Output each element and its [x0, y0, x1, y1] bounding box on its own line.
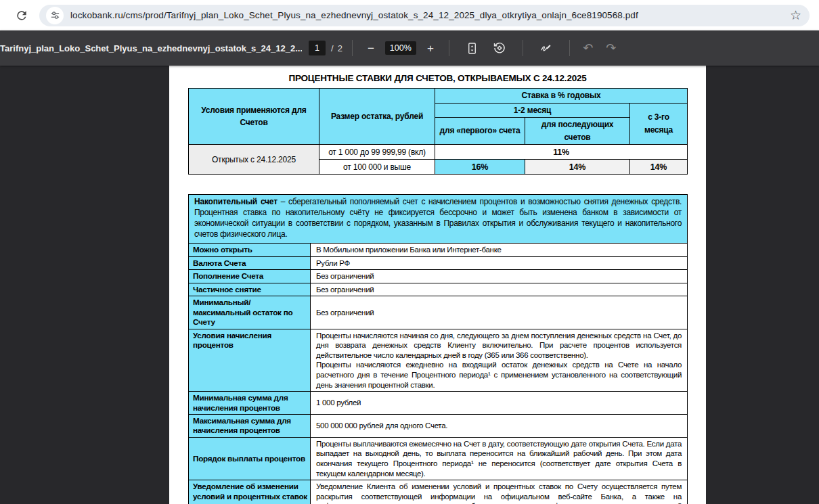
detail-label: Можно открыть — [189, 244, 311, 257]
rates-tier2-balance: от 100 000 и выше — [319, 160, 435, 175]
rotate-icon — [493, 41, 506, 55]
table-row: Уведомление об изменении условий и проце… — [189, 480, 688, 504]
detail-label: Максимальная сумма для начисления процен… — [189, 414, 311, 437]
detail-label: Уведомление об изменении условий и проце… — [189, 480, 311, 504]
detail-value: Уведомление Клиента об изменении условий… — [311, 480, 688, 504]
detail-value: Без ограничений — [311, 270, 688, 283]
detail-label: Порядок выплаты процентов — [189, 437, 311, 480]
rates-condition: Открытых с 24.12.2025 — [189, 145, 319, 175]
detail-label: Условия начисления процентов — [189, 329, 311, 392]
rates-header-next-accounts: для последующих счетов — [525, 118, 630, 145]
table-row: Условия начисления процентов Проценты на… — [189, 329, 688, 392]
interest-rates-table: Условия применяются для Счетов Размер ос… — [188, 88, 688, 175]
table-row: Минимальная сумма для начисления процент… — [189, 392, 688, 415]
bookmark-star-icon[interactable]: ☆ — [790, 9, 801, 22]
table-row: Максимальная сумма для начисления процен… — [189, 414, 688, 437]
browser-toolbar: lockobank.ru/cms/prod/Tarifnyj_plan_Loko… — [0, 0, 819, 30]
zoom-level: 100% — [385, 41, 416, 55]
detail-value: 500 000 000 рублей для одного Счета. — [311, 414, 688, 437]
detail-value: Проценты начисляются начиная со дня, сле… — [311, 329, 688, 392]
detail-label: Минимальный/максимальный остаток по Счет… — [189, 296, 311, 329]
toolbar-divider — [352, 40, 353, 56]
detail-value: Проценты выплачиваются ежемесячно на Сче… — [311, 437, 688, 480]
table-row: Порядок выплаты процентов Проценты выпла… — [189, 437, 688, 480]
site-settings-icon[interactable] — [46, 7, 64, 24]
detail-value: Без ограничений — [311, 296, 688, 329]
spacer — [188, 175, 687, 194]
rates-header-conditions: Условия применяются для Счетов — [189, 89, 319, 145]
rates-header-balance: Размер остатка, рублей — [319, 89, 435, 145]
page-number-input[interactable] — [309, 41, 326, 55]
rates-header-month-3: с 3-го месяца — [630, 103, 688, 145]
toolbar-divider — [449, 40, 449, 56]
toolbar-divider — [569, 40, 570, 56]
fit-to-page-button[interactable] — [464, 39, 481, 57]
undo-button[interactable]: ↶ — [579, 39, 597, 57]
rates-tier2-rate-month3: 14% — [630, 160, 688, 175]
detail-value: В Мобильном приложении Банка или Интерне… — [311, 244, 688, 257]
annotate-button[interactable] — [537, 39, 555, 57]
rates-header-months-1-2: 1-2 месяц — [435, 103, 630, 118]
table-row: Валюта Счета Рубли РФ — [189, 256, 688, 270]
page-separator: / — [331, 43, 334, 53]
page-total: 2 — [338, 43, 342, 53]
table-row: Частичное снятие Без ограничений — [189, 283, 688, 296]
rates-tier2-rate-first: 16% — [435, 160, 525, 175]
pdf-filename: Tarifnyj_plan_Loko_Schet_Plyus_na_ezhedn… — [0, 43, 302, 53]
details-intro-term: Накопительный счет — [194, 197, 278, 206]
rates-tier1-rate: 11% — [435, 145, 688, 160]
url-bar[interactable]: lockobank.ru/cms/prod/Tarifnyj_plan_Loko… — [39, 5, 810, 26]
toolbar-divider — [523, 40, 523, 56]
detail-label: Частичное снятие — [189, 283, 311, 296]
detail-label: Валюта Счета — [189, 256, 311, 270]
detail-value: 1 000 рублей — [311, 392, 688, 415]
rotate-button[interactable] — [491, 39, 508, 57]
zoom-out-button[interactable]: − — [362, 39, 380, 57]
detail-value: Без ограничений — [311, 283, 688, 296]
zoom-in-button[interactable]: + — [422, 39, 439, 57]
detail-label: Пополнение Счета — [189, 270, 311, 283]
tune-icon — [50, 10, 60, 20]
account-details-table: Накопительный счет – сберегательный попо… — [188, 194, 688, 504]
detail-label: Минимальная сумма для начисления процент… — [189, 392, 311, 415]
reload-button[interactable] — [12, 6, 31, 25]
table-row: Накопительный счет – сберегательный попо… — [189, 195, 688, 244]
rates-tier1-balance: от 1 000 до 99 999,99 (вкл) — [319, 145, 435, 160]
rates-header-rate-group: Ставка в % годовых — [435, 89, 688, 104]
detail-value: Рубли РФ — [311, 256, 688, 270]
draw-pen-icon — [539, 41, 553, 55]
details-intro: Накопительный счет – сберегательный попо… — [189, 195, 688, 244]
rates-tier2-rate-next: 14% — [525, 160, 630, 175]
fit-page-icon — [466, 42, 479, 55]
rates-header-first-account: для «первого» счета — [435, 118, 525, 145]
redo-button[interactable]: ↷ — [602, 39, 620, 57]
table-row: Минимальный/максимальный остаток по Счет… — [189, 296, 688, 329]
reload-icon — [15, 9, 28, 22]
table-row: Пополнение Счета Без ограничений — [189, 270, 688, 283]
document-title: ПРОЦЕНТНЫЕ СТАВКИ ДЛЯ СЧЕТОВ, ОТКРЫВАЕМЫ… — [188, 73, 687, 83]
pdf-page: ПРОЦЕНТНЫЕ СТАВКИ ДЛЯ СЧЕТОВ, ОТКРЫВАЕМЫ… — [169, 66, 706, 504]
table-row: Открытых с 24.12.2025 от 1 000 до 99 999… — [189, 145, 688, 160]
url-text: lockobank.ru/cms/prod/Tarifnyj_plan_Loko… — [70, 10, 783, 20]
pdf-viewport[interactable]: ПРОЦЕНТНЫЕ СТАВКИ ДЛЯ СЧЕТОВ, ОТКРЫВАЕМЫ… — [0, 66, 819, 504]
table-row: Можно открыть В Мобильном приложении Бан… — [189, 244, 688, 257]
pdf-toolbar: Tarifnyj_plan_Loko_Schet_Plyus_na_ezhedn… — [0, 30, 819, 66]
